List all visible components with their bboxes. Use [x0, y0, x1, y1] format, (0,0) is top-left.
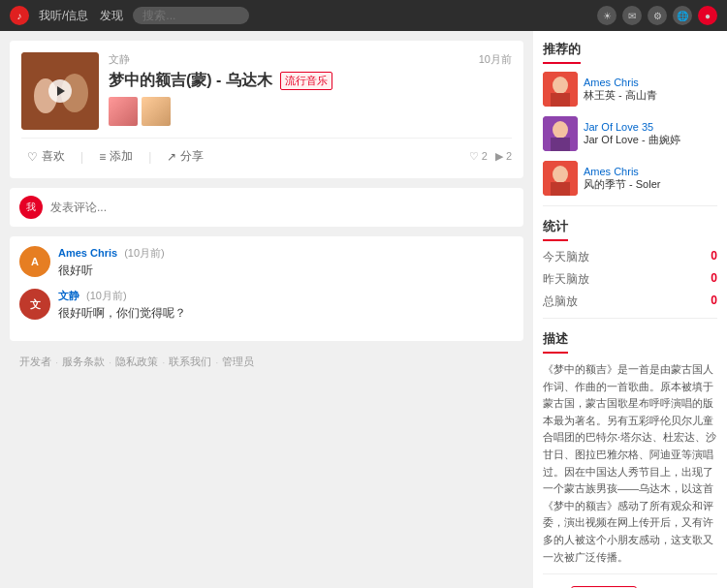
play-button[interactable]: [48, 79, 72, 103]
post-title-area: 梦中的额吉(蒙) - 乌达木 流行音乐: [109, 71, 512, 91]
stat-label-2: 总脑放: [543, 294, 578, 310]
rec-item-1[interactable]: Jar Of Love 35 Jar Of Love - 曲婉婷: [543, 116, 717, 151]
post-title: 梦中的额吉(蒙) - 乌达木: [109, 71, 272, 91]
rec-song-1: Jar Of Love - 曲婉婷: [584, 133, 717, 147]
desc-section: 描述 《梦中的额吉》是一首是由蒙古国人作词、作曲的一首歌曲。原本被填于蒙古国，蒙…: [543, 330, 717, 566]
comment-input-area: 我: [10, 188, 523, 227]
like-label: 喜欢: [42, 148, 65, 165]
rec-author-1: Jar Of Love 35: [584, 121, 717, 133]
nav-discover-link[interactable]: 发现: [100, 8, 123, 24]
stat-value-1: 0: [711, 271, 717, 288]
stats-section: 统计 今天脑放 0 昨天脑放 0 总脑放 0: [543, 218, 717, 310]
svg-rect-10: [551, 138, 570, 151]
comment-item-1: 文 文静 (10月前) 很好听啊，你们觉得呢？: [19, 289, 514, 322]
rec-avatar-inner-2: [543, 161, 578, 196]
footer-terms[interactable]: 服务条款: [62, 355, 105, 369]
footer-links: 开发者 · 服务条款 · 隐私政策 · 联系我们 · 管理员: [10, 349, 523, 375]
share-button[interactable]: ↗ 分享: [161, 146, 209, 167]
post-author: 文静: [109, 52, 130, 67]
comment-avatar-0: A: [19, 246, 50, 277]
comment-body-0: Ames Chris (10月前) 很好听: [58, 246, 514, 279]
svg-point-9: [553, 121, 568, 139]
mini-thumb-2[interactable]: [142, 97, 171, 126]
post-time: 10月前: [479, 52, 512, 67]
stat-value-0: 0: [711, 249, 717, 265]
like-button[interactable]: ♡ 喜欢: [21, 146, 71, 167]
footer-contact[interactable]: 联系我们: [169, 355, 211, 369]
comment-meta-1: 文静 (10月前): [58, 289, 514, 303]
add-button[interactable]: ≡ 添加: [93, 146, 139, 167]
rec-song-0: 林王英 - 高山青: [584, 88, 717, 103]
comment-author-0[interactable]: Ames Chris: [58, 247, 117, 259]
rec-info-2: Ames Chris 风的季节 - Soler: [584, 166, 717, 192]
post-thumbnail[interactable]: [21, 52, 99, 130]
stat-label-1: 昨天脑放: [543, 271, 589, 288]
comment-text-0: 很好听: [58, 263, 514, 279]
rec-avatar-1: [543, 116, 578, 151]
divider-3: [543, 573, 717, 574]
user-icon[interactable]: ●: [698, 6, 717, 25]
nav-links: 我听/信息 发现: [39, 8, 123, 24]
rec-info-1: Jar Of Love 35 Jar Of Love - 曲婉婷: [584, 121, 717, 147]
comment-author-1[interactable]: 文静: [58, 290, 79, 301]
svg-rect-7: [551, 93, 570, 107]
share-icon: ↗: [167, 150, 176, 164]
globe-icon[interactable]: 🌐: [673, 6, 692, 25]
share-label: 分享: [180, 148, 204, 165]
search-input[interactable]: [133, 7, 249, 24]
mini-thumb-1[interactable]: [109, 97, 138, 126]
rec-avatar-inner-1: [543, 116, 578, 151]
nav-icons: ☀ ✉ ⚙ 🌐 ●: [597, 6, 717, 25]
comment-meta-0: Ames Chris (10月前): [58, 246, 514, 261]
like-count: ♡ 2: [469, 150, 488, 163]
comment-body-1: 文静 (10月前) 很好听啊，你们觉得呢？: [58, 289, 514, 322]
comments-section: A Ames Chris (10月前) 很好听 文 文静 (10月前) 很好听: [10, 236, 523, 341]
svg-point-12: [553, 166, 568, 183]
stat-row-1: 昨天脑放 0: [543, 271, 717, 288]
rec-avatar-inner-0: [543, 72, 578, 107]
comment-avatar-1: 文: [19, 289, 50, 320]
mail-icon[interactable]: ✉: [622, 6, 642, 25]
divider-2: [543, 318, 717, 319]
stat-value-2: 0: [711, 294, 717, 310]
top-nav: ♪ 我听/信息 发现 ☀ ✉ ⚙ 🌐 ●: [0, 0, 727, 31]
rec-author-2: Ames Chris: [584, 166, 717, 177]
main-container: 文静 10月前 梦中的额吉(蒙) - 乌达木 流行音乐 ♡: [0, 31, 727, 588]
post-title-row: 文静 10月前: [109, 52, 512, 67]
rec-item-0[interactable]: Ames Chris 林王英 - 高山青: [543, 72, 717, 107]
rec-author-0: Ames Chris: [584, 77, 717, 88]
logo: ♪: [10, 6, 29, 25]
post-tag: 流行音乐: [280, 72, 332, 90]
sun-icon[interactable]: ☀: [597, 6, 616, 25]
rec-avatar-img-1: [543, 116, 578, 151]
post-header: 文静 10月前 梦中的额吉(蒙) - 乌达木 流行音乐: [21, 52, 512, 130]
rec-avatar-img-0: [543, 72, 578, 107]
add-label: 添加: [110, 148, 133, 165]
stats-title: 统计: [543, 218, 568, 241]
footer-privacy[interactable]: 隐私政策: [115, 355, 158, 369]
stat-row-0: 今天脑放 0: [543, 249, 717, 265]
rec-item-2[interactable]: Ames Chris 风的季节 - Soler: [543, 161, 717, 196]
svg-marker-4: [57, 86, 65, 96]
commenter-avatar: 我: [19, 196, 43, 219]
comment-input[interactable]: [50, 201, 514, 214]
play-count: ▶ 2: [495, 150, 512, 163]
post-actions: ♡ 喜欢 | ≡ 添加 | ↗ 分享 ♡ 2 ▶ 2: [21, 138, 512, 167]
sep-2: |: [148, 150, 151, 164]
nav-info-link[interactable]: 我听/信息: [39, 8, 88, 24]
rec-info-0: Ames Chris 林王英 - 高山青: [584, 77, 717, 103]
stat-label-0: 今天脑放: [543, 249, 589, 265]
post-card: 文静 10月前 梦中的额吉(蒙) - 乌达木 流行音乐 ♡: [10, 41, 523, 178]
divider-1: [543, 205, 717, 206]
sep-1: |: [80, 150, 83, 164]
svg-point-6: [553, 77, 568, 94]
settings-icon[interactable]: ⚙: [648, 6, 667, 25]
post-likes: ♡ 2 ▶ 2: [469, 150, 512, 163]
play-icon: [54, 85, 66, 97]
footer-admin[interactable]: 管理员: [222, 355, 254, 369]
post-mini-thumbs: [109, 97, 512, 126]
comment-text-1: 很好听啊，你们觉得呢？: [58, 305, 514, 322]
desc-title: 描述: [543, 330, 568, 354]
footer-dev[interactable]: 开发者: [19, 355, 51, 369]
sidebar: 推荐的 Ames Chris 林王英 - 高山青: [533, 31, 727, 588]
